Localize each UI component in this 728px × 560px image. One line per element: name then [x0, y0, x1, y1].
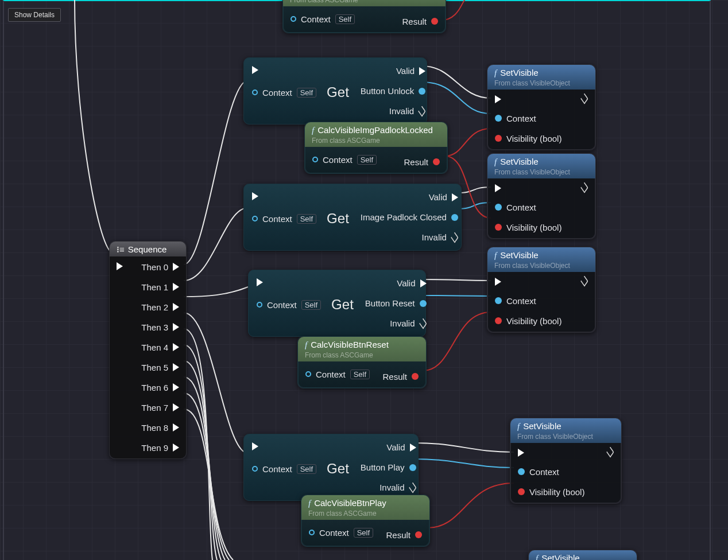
visibility-pin[interactable]	[495, 135, 502, 142]
calc-reset-node[interactable]: fCalcVisibleBtnResetFrom class ASCGame C…	[297, 336, 427, 388]
data-pin[interactable]	[419, 88, 425, 95]
exec-in-pin[interactable]	[495, 278, 501, 286]
then-pin[interactable]	[173, 283, 179, 291]
exec-in-pin[interactable]	[518, 449, 524, 457]
exec-out-pin[interactable]	[580, 182, 588, 193]
then-pin[interactable]	[173, 303, 179, 311]
node-title: Sequence	[128, 244, 167, 254]
valid-pin[interactable]	[419, 67, 425, 75]
then-pin[interactable]	[173, 403, 179, 411]
visibility-pin[interactable]	[495, 317, 502, 324]
node-title: CalcVisibleImgPadlockLocked	[317, 125, 433, 135]
then-pin[interactable]	[173, 423, 179, 431]
then-pin[interactable]	[173, 363, 179, 371]
calc-play-node[interactable]: fCalcVisibleBtnPlayFrom class ASCGame Co…	[301, 495, 430, 547]
visibility-pin[interactable]	[518, 488, 525, 495]
node-subtitle: From class ASCGame	[290, 0, 358, 4]
graph-canvas[interactable]: Show Details From class ASCGame	[0, 0, 728, 560]
then-pin[interactable]	[173, 444, 179, 452]
context-pin[interactable]	[291, 16, 296, 22]
show-details-button[interactable]: Show Details	[8, 8, 61, 22]
get-play-node[interactable]: ContextSelfGet Valid Button Play Invalid	[243, 434, 419, 501]
setvisible-node-3[interactable]: fSetVisibleFrom class VisibleObjectConte…	[487, 247, 596, 333]
visibility-pin[interactable]	[495, 224, 502, 231]
exec-out-pin[interactable]	[580, 275, 588, 287]
exec-in-pin[interactable]	[495, 95, 501, 103]
sequence-node[interactable]: ⁝≡Sequence Then 0Then 1Then 2Then 3Then …	[109, 241, 187, 459]
get-padlock-node[interactable]: ContextSelfGet Valid Image Padlock Close…	[243, 184, 462, 251]
get-reset-node[interactable]: ContextSelfGet Valid Button Reset Invali…	[248, 270, 426, 337]
setvisible-node-partial[interactable]: fSetVisible	[528, 550, 637, 560]
setvisible-node-1[interactable]: fSetVisibleFrom class VisibleObjectConte…	[487, 64, 596, 150]
calc-padlock-node[interactable]: fCalcVisibleImgPadlockLockedFrom class A…	[304, 122, 448, 174]
result-pin[interactable]	[431, 18, 438, 25]
exec-in-pin[interactable]	[495, 184, 501, 192]
get-button-unlock-node[interactable]: ContextSelfGet Valid Button Unlock Inval…	[243, 57, 427, 125]
context-pin[interactable]	[495, 297, 502, 304]
calc-node-partial[interactable]: From class ASCGame ContextSelf Result	[282, 0, 446, 33]
setvisible-node-4[interactable]: fSetVisibleFrom class VisibleObjectConte…	[510, 418, 622, 504]
context-pin[interactable]	[495, 115, 502, 122]
exec-out-pin[interactable]	[606, 446, 614, 458]
setvisible-node-2[interactable]: fSetVisibleFrom class VisibleObjectConte…	[487, 153, 596, 239]
exec-in-pin[interactable]	[252, 66, 258, 74]
context-pin[interactable]	[518, 468, 525, 475]
then-pin[interactable]	[173, 323, 179, 331]
then-pin[interactable]	[173, 383, 179, 391]
exec-in-pin[interactable]	[117, 262, 123, 270]
invalid-pin[interactable]	[418, 106, 426, 117]
then-pin[interactable]	[173, 343, 179, 351]
context-pin[interactable]	[252, 90, 258, 95]
then-pin[interactable]	[173, 263, 179, 271]
context-pin[interactable]	[495, 204, 502, 211]
exec-out-pin[interactable]	[580, 93, 588, 104]
